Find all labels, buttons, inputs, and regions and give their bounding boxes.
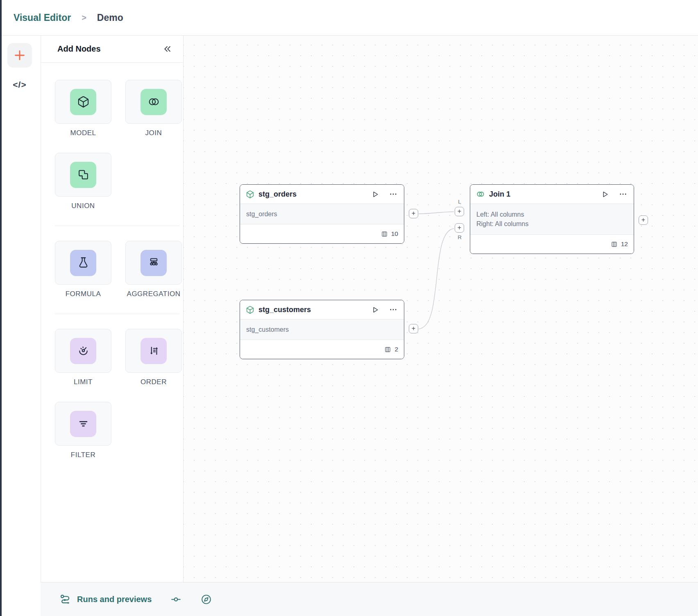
palette-item-label: AGGREGATION (125, 290, 182, 298)
flask-icon (70, 250, 96, 276)
node-source-label: stg_orders (246, 211, 398, 218)
palette-item-filter[interactable]: FILTER (55, 402, 111, 459)
palette-item-order[interactable]: ORDER (125, 329, 182, 386)
sort-arrows-icon (141, 338, 167, 364)
palette-item-model[interactable]: MODEL (55, 80, 111, 137)
code-icon: </> (13, 80, 26, 89)
join-left-input-handle[interactable]: + (455, 207, 464, 216)
palette-item-label: MODEL (55, 129, 111, 137)
node-title: Join 1 (489, 190, 510, 199)
node-join-1[interactable]: Join 1 Left: All columns Right: All colu… (470, 184, 634, 254)
node-title: stg_customers (258, 306, 311, 314)
node-stg-orders[interactable]: stg_orders stg_orders 10 (240, 184, 404, 244)
join-right-input-handle[interactable]: + (455, 223, 464, 233)
cube-icon (246, 306, 254, 314)
columns-icon (611, 241, 618, 248)
palette-item-label: FORMULA (55, 290, 111, 298)
panel-header: Add Nodes (41, 36, 183, 63)
join-left-columns-label: Left: All columns (476, 211, 628, 218)
join-right-columns-label: Right: All columns (476, 220, 628, 228)
column-count: 2 (394, 346, 398, 353)
gauge-icon (70, 338, 96, 364)
double-chevron-left-icon (163, 44, 172, 54)
filter-lines-icon (70, 411, 96, 437)
node-source-label: stg_customers (246, 326, 398, 333)
node-menu-button[interactable] (389, 190, 397, 198)
runs-and-previews-button[interactable]: Runs and previews (77, 595, 152, 604)
output-handle-stg-orders[interactable]: + (409, 209, 418, 218)
run-node-button[interactable] (371, 306, 379, 314)
palette-item-join[interactable]: JOIN (125, 80, 182, 137)
palette-item-formula[interactable]: FORMULA (55, 241, 111, 298)
add-nodes-panel: Add Nodes MODEL JOIN (41, 36, 184, 582)
palette-item-union[interactable]: UNION (55, 153, 111, 210)
join-left-port-label: L (458, 199, 461, 205)
join-circles-icon (141, 89, 167, 115)
run-node-button[interactable] (601, 190, 609, 199)
cube-icon (70, 89, 96, 115)
code-view-button[interactable]: </> (2, 80, 38, 90)
column-count: 10 (391, 230, 398, 238)
window-edge-stripe (0, 0, 2, 616)
palette-divider (55, 226, 180, 226)
add-node-button[interactable] (7, 43, 32, 68)
palette-item-label: FILTER (55, 451, 111, 459)
hierarchy-icon (141, 250, 167, 276)
palette-item-label: UNION (55, 202, 111, 210)
node-menu-button[interactable] (619, 190, 627, 198)
breadcrumb-page: Demo (97, 12, 123, 23)
topbar: Visual Editor > Demo (0, 0, 698, 36)
node-menu-button[interactable] (389, 306, 397, 314)
join-right-port-label: R (458, 234, 462, 240)
node-title: stg_orders (258, 190, 297, 199)
output-handle-join-1[interactable]: + (639, 215, 648, 225)
column-count: 12 (621, 240, 628, 248)
palette-item-label: JOIN (125, 129, 182, 137)
breadcrumb-separator: > (82, 13, 86, 23)
compass-icon[interactable] (201, 594, 212, 605)
columns-icon (384, 346, 391, 353)
output-handle-stg-customers[interactable]: + (409, 324, 418, 333)
palette-item-aggregation[interactable]: AGGREGATION (125, 241, 182, 298)
palette-item-label: ORDER (125, 378, 182, 386)
palette-divider (55, 314, 180, 314)
union-shapes-icon (70, 162, 96, 188)
cube-icon (246, 190, 254, 199)
plus-icon (13, 48, 27, 62)
breadcrumb-section-link[interactable]: Visual Editor (14, 12, 71, 23)
status-bar: Runs and previews (41, 582, 698, 616)
columns-icon (381, 231, 388, 238)
node-stg-customers[interactable]: stg_customers stg_customers 2 (240, 300, 404, 359)
join-circles-icon (476, 190, 485, 199)
panel-title: Add Nodes (57, 44, 101, 54)
runs-route-icon (59, 593, 71, 605)
palette: MODEL JOIN UNION FORMULA (41, 63, 183, 459)
collapse-panel-button[interactable] (163, 44, 172, 54)
palette-item-label: LIMIT (55, 378, 111, 386)
palette-item-limit[interactable]: LIMIT (55, 329, 111, 386)
run-node-button[interactable] (371, 190, 379, 199)
commit-icon[interactable] (170, 594, 181, 605)
left-toolbar: </> (2, 36, 41, 616)
canvas[interactable]: stg_orders stg_orders 10 Join 1 (184, 36, 698, 582)
